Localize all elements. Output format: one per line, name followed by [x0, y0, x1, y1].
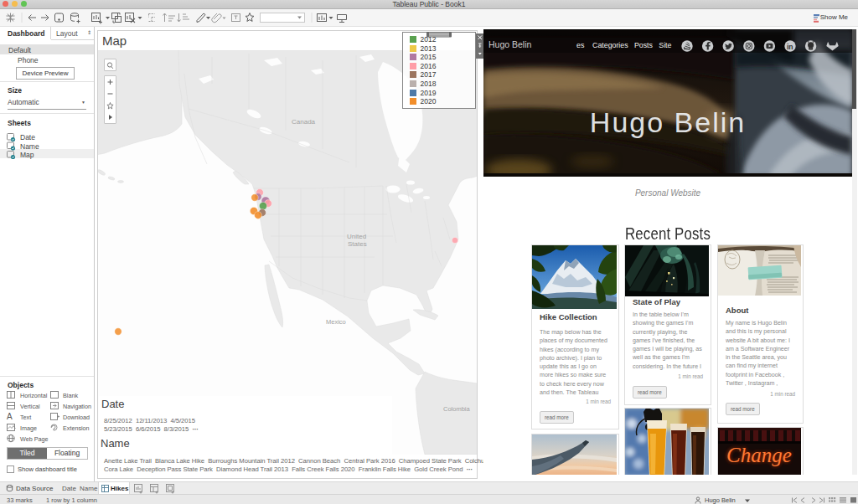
- svg-text:Mexico: Mexico: [326, 318, 346, 326]
- svg-text:United: United: [347, 233, 366, 240]
- svg-text:States: States: [348, 240, 367, 248]
- svg-text:A: A: [7, 412, 13, 421]
- svg-text:Colombia: Colombia: [443, 405, 471, 413]
- svg-text:in: in: [787, 43, 793, 51]
- svg-text:Change: Change: [726, 444, 792, 466]
- svg-text:Canada: Canada: [292, 118, 316, 126]
